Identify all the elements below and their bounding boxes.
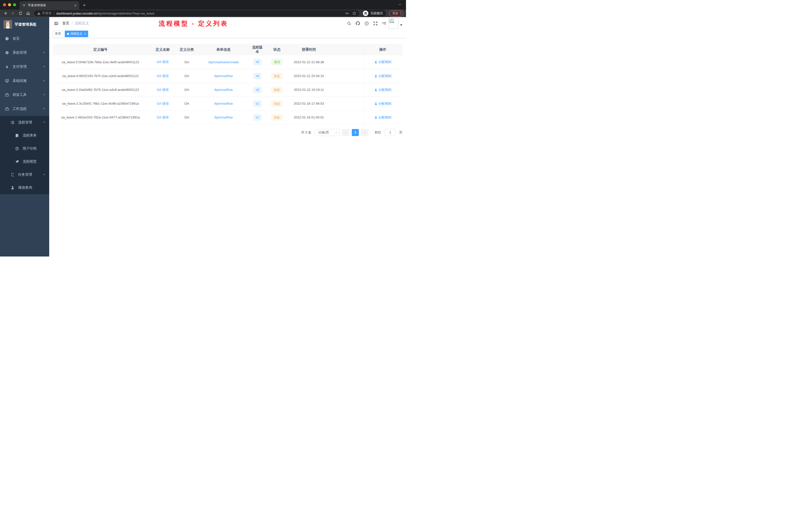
cell-deploy-time: 2022-01-16 01:40:51 (290, 111, 328, 124)
font-size-icon[interactable]: TT (382, 21, 386, 26)
chevron-down-icon (43, 173, 46, 177)
incognito-badge: 无痕模式 (362, 10, 386, 17)
table-row: oa_leave:4:991f2193-7b7f-11ec-a3c8-acde4… (53, 69, 403, 83)
page-size-select[interactable]: 10条/页 (315, 129, 340, 136)
prev-page-button[interactable]: ‹ (342, 129, 349, 136)
tab-close-icon[interactable]: ✕ (74, 4, 77, 7)
github-icon[interactable] (355, 21, 360, 26)
home-button[interactable] (25, 10, 31, 16)
sidebar-item-process-form[interactable]: 流程表单 (0, 129, 49, 142)
version-tag: v1 (253, 115, 262, 120)
sidebar-item-home[interactable]: 首页 (0, 32, 49, 46)
tag-process-definition[interactable]: 流程定义 × (65, 31, 88, 37)
form-link[interactable]: /bpm/oa/flow (214, 88, 233, 92)
sidebar-item-dev-tools[interactable]: 研发工具 (0, 88, 49, 102)
sidebar-item-leave-query[interactable]: 请假查询 (0, 181, 49, 194)
back-button[interactable] (2, 10, 8, 16)
sidebar-item-process-model[interactable]: 流程模型 (0, 155, 49, 168)
definition-name-link[interactable]: OA 请假 (157, 116, 169, 119)
next-page-button[interactable]: › (361, 129, 369, 136)
table-row: oa_leave:1:482ec033-762a-11ec-8477-a2380… (53, 111, 403, 124)
app-logo-row[interactable]: 芋道管理系统 (0, 17, 49, 32)
avatar[interactable] (388, 18, 399, 29)
chrome-update-button[interactable]: 更新 (389, 10, 404, 17)
tab-title: 芋道管理系统 (28, 3, 72, 7)
help-icon[interactable]: ? (364, 21, 369, 26)
definition-name-link[interactable]: OA 请假 (157, 102, 169, 105)
form-link[interactable]: /bpm/oa/flow (214, 102, 233, 105)
version-tag: v2 (253, 101, 262, 107)
breadcrumb-home-link[interactable]: 首页 (62, 21, 69, 26)
browser-tab[interactable]: 芋道管理系统 ✕ (20, 1, 79, 9)
sidebar-item-user-group[interactable]: 用户分组 (0, 142, 49, 155)
assign-rule-link[interactable]: 分配规则 (374, 74, 392, 78)
fullscreen-icon[interactable] (373, 21, 378, 26)
app-title: 芋道管理系统 (14, 22, 36, 27)
chevron-down-icon (43, 79, 46, 83)
tag-home[interactable]: 首页 (53, 31, 63, 37)
zoom-window-button[interactable] (13, 3, 16, 6)
assign-rule-link[interactable]: 分配规则 (374, 101, 392, 106)
goto-label: 前往 (375, 130, 381, 135)
assign-rule-link[interactable]: 分配规则 (374, 88, 392, 92)
app-logo-rabbit-image (3, 20, 12, 29)
avatar-caret-icon[interactable] (400, 24, 403, 26)
status-badge: 激活 (271, 59, 283, 65)
goto-page-input[interactable] (385, 129, 396, 136)
cell-category: OA (177, 69, 196, 83)
col-spacer (328, 44, 363, 55)
chevron-up-icon (43, 120, 46, 124)
cell-definition-id: oa_leave:2:3c1f0ef1-76b1-11ec-9c66-a2380… (53, 97, 148, 111)
version-tag: v5 (253, 59, 262, 65)
version-tag: v3 (253, 87, 262, 93)
password-key-icon[interactable] (345, 11, 349, 15)
col-process-version: 流程版本 (251, 44, 264, 55)
form-link[interactable]: /bpm/oa/flow (214, 74, 233, 78)
chevron-down-icon (335, 131, 338, 134)
minimize-window-button[interactable] (8, 3, 11, 6)
address-bar[interactable]: 不安全 dashboard.yudao.iocoder.cn/bpm/manag… (34, 10, 359, 16)
navbar: 首页 / 流程定义 流程模型 - 定义列表 ? TT (49, 17, 406, 30)
col-definition-name: 定义名称 (148, 44, 177, 55)
assign-rule-link[interactable]: 分配规则 (374, 60, 392, 64)
favicon-sprout-icon (22, 3, 26, 7)
bookmark-star-icon[interactable] (352, 11, 356, 15)
form-link[interactable]: /bpm/oa/leave/create (208, 60, 238, 64)
reload-button[interactable] (18, 10, 24, 16)
briefcase-icon (5, 107, 9, 111)
definition-name-link[interactable]: OA 请假 (157, 74, 169, 78)
forward-button[interactable] (10, 10, 16, 16)
sidebar-item-payment[interactable]: ¥ 支付管理 (0, 60, 49, 74)
macos-traffic-lights[interactable] (0, 0, 20, 9)
active-dot-icon (67, 33, 69, 35)
search-icon[interactable] (347, 21, 351, 26)
status-badge: 挂起 (271, 115, 283, 120)
definition-name-link[interactable]: OA 请假 (157, 60, 169, 64)
sidebar-item-system[interactable]: 系统管理 (0, 46, 49, 60)
sidebar-item-infrastructure[interactable]: 基础设施 (0, 74, 49, 88)
form-link[interactable]: /bpm/oa/flow (214, 116, 233, 119)
url-path: /bpm/manager/definition?key=oa_leave (97, 11, 154, 15)
assign-rule-link[interactable]: 分配规则 (374, 115, 392, 120)
url-host: dashboard.yudao.iocoder.cn (56, 11, 97, 15)
close-window-button[interactable] (3, 3, 6, 6)
cell-deploy-time: 2022-01-16 17:46:53 (290, 97, 328, 111)
sidebar-toggle-icon[interactable] (53, 20, 59, 27)
user-icon (374, 102, 377, 105)
user-icon (374, 74, 377, 78)
user-icon (10, 186, 14, 190)
cell-definition-id: oa_leave:3:1fad3d93-7b75-11ec-a3c8-acde4… (53, 83, 148, 97)
sidebar-item-task-management[interactable]: 任务管理 (0, 168, 49, 181)
browser-tab-strip: 芋道管理系统 ✕ + (0, 0, 406, 9)
sidebar-item-workflow[interactable]: 工作流程 (0, 102, 49, 116)
tag-close-icon[interactable]: × (84, 32, 86, 36)
sidebar-item-process-management[interactable]: 流程管理 (0, 116, 49, 129)
page-number-button[interactable]: 1 (352, 129, 359, 136)
definition-name-link[interactable]: OA 请假 (157, 88, 169, 92)
tab-search-chevron-icon[interactable] (399, 2, 402, 7)
security-chip[interactable]: 不安全 (37, 11, 54, 16)
toolbox-icon (5, 93, 9, 97)
new-tab-button[interactable]: + (83, 2, 86, 9)
chevron-down-icon (43, 51, 46, 55)
group-icon (15, 147, 19, 151)
